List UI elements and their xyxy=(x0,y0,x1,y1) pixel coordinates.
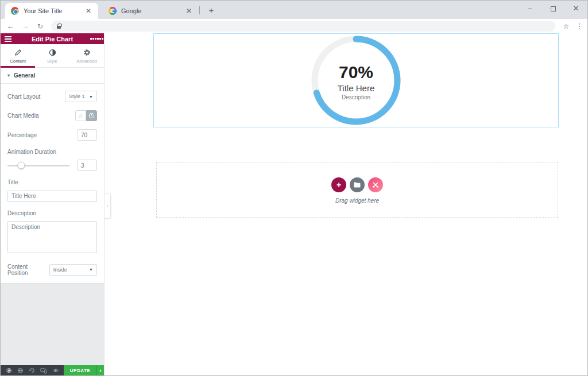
panel-controls: Chart Layout Style 1 ▼ Chart Media ☆ xyxy=(1,84,104,284)
percentage-input[interactable] xyxy=(78,129,97,141)
panel-tabs: Content Style Advanced xyxy=(1,44,104,68)
control-label: Percentage xyxy=(7,132,37,138)
maximize-button[interactable] xyxy=(541,1,564,18)
control-animation-duration xyxy=(7,160,97,171)
control-label: Animation Duration xyxy=(7,149,97,155)
control-label: Description xyxy=(7,210,97,216)
chart-title: Title Here xyxy=(338,83,374,93)
tab-divider xyxy=(199,6,200,14)
browser-toolbar: ← → ↻ ☆ ⋮ xyxy=(1,19,587,33)
duration-input[interactable] xyxy=(78,160,97,171)
half-circle-icon xyxy=(49,49,56,56)
chevron-left-icon: ‹ xyxy=(107,203,109,209)
new-tab-button[interactable]: + xyxy=(204,3,218,17)
chart-media-toggle: ☆ xyxy=(75,110,97,121)
template-library-button[interactable] xyxy=(350,177,365,192)
tab-style[interactable]: Style xyxy=(35,44,69,67)
tab-label: Content xyxy=(10,59,26,64)
control-label: Chart Layout xyxy=(7,94,40,100)
star-icon[interactable]: ☆ xyxy=(75,110,86,121)
control-content-position: Content Position Inside ▼ xyxy=(7,263,97,276)
minimize-button[interactable]: – xyxy=(519,1,541,18)
tab-title: Google xyxy=(121,7,185,14)
chevron-down-icon: ▾ xyxy=(7,73,10,78)
close-window-button[interactable]: ✕ xyxy=(564,1,587,18)
browser-tab-google[interactable]: Google ✕ xyxy=(103,3,199,19)
chart-layout-select[interactable]: Style 1 ▼ xyxy=(65,91,97,102)
main-area: Edit Pie Chart Content Style Advanced xyxy=(1,33,588,375)
settings-gear-icon[interactable] xyxy=(6,367,12,374)
pie-chart-widget[interactable]: 70% Title Here Description xyxy=(311,35,401,128)
control-label: Content Position xyxy=(7,263,49,276)
selected-widget-section[interactable]: 70% Title Here Description xyxy=(153,33,559,127)
select-value: Style 1 xyxy=(69,94,85,99)
hamburger-menu-icon[interactable] xyxy=(1,36,16,42)
control-chart-layout: Chart Layout Style 1 ▼ xyxy=(7,91,97,102)
browser-tab-site[interactable]: Your Site Title ✕ xyxy=(5,3,98,19)
chevron-down-icon: ▼ xyxy=(89,268,93,272)
clock-icon[interactable] xyxy=(86,110,97,121)
duration-slider[interactable] xyxy=(7,165,69,166)
bookmark-star-icon[interactable]: ☆ xyxy=(560,22,572,30)
section-general[interactable]: ▾ General xyxy=(1,68,104,84)
plus-icon: + xyxy=(336,180,341,189)
back-button[interactable]: ← xyxy=(3,22,18,30)
close-tab-icon[interactable]: ✕ xyxy=(185,7,193,15)
widgets-grid-icon[interactable] xyxy=(89,38,104,40)
close-button[interactable] xyxy=(368,177,383,192)
content-position-select[interactable]: Inside ▼ xyxy=(49,264,97,276)
globe-icon[interactable] xyxy=(17,367,24,374)
update-button[interactable]: UPDATE xyxy=(64,365,96,375)
description-textarea[interactable]: Description xyxy=(7,221,97,253)
editor-panel: Edit Pie Chart Content Style Advanced xyxy=(1,33,105,375)
update-options-caret[interactable]: ▲ xyxy=(96,365,104,375)
tab-advanced[interactable]: Advanced xyxy=(69,44,104,67)
folder-icon xyxy=(354,182,361,188)
section-label: General xyxy=(14,72,35,79)
google-g-icon xyxy=(109,7,117,15)
panel-collapse-handle[interactable]: ‹ xyxy=(105,193,111,219)
browser-window: Your Site Title ✕ Google ✕ + – ✕ ← → ↻ ☆… xyxy=(0,0,588,376)
close-tab-icon[interactable]: ✕ xyxy=(84,7,92,15)
tab-title: Your Site Title xyxy=(24,7,84,14)
responsive-mode-icon[interactable] xyxy=(40,367,47,374)
drop-hint-text: Drag widget here xyxy=(157,197,558,204)
control-percentage: Percentage xyxy=(7,129,97,141)
chart-percentage: 70% xyxy=(339,63,373,82)
panel-footer: UPDATE ▲ xyxy=(1,365,104,375)
drop-area[interactable]: + Drag widget here xyxy=(156,162,558,218)
browser-menu-icon[interactable]: ⋮ xyxy=(572,22,586,30)
history-icon[interactable] xyxy=(29,367,35,374)
panel-title: Edit Pie Chart xyxy=(16,36,89,42)
window-controls: – ✕ xyxy=(519,1,587,18)
chrome-logo-icon xyxy=(11,7,19,15)
title-input[interactable] xyxy=(7,191,97,202)
footer-icons xyxy=(1,367,64,374)
pencil-icon xyxy=(14,49,22,56)
add-section-button[interactable]: + xyxy=(331,177,346,192)
preview-eye-icon[interactable] xyxy=(52,367,59,374)
control-chart-media: Chart Media ☆ xyxy=(7,110,97,121)
panel-header: Edit Pie Chart xyxy=(1,33,104,44)
scissors-icon xyxy=(372,181,379,188)
reload-button[interactable]: ↻ xyxy=(33,22,48,30)
chart-description: Description xyxy=(342,94,370,100)
panel-filler xyxy=(1,284,104,366)
control-label: Chart Media xyxy=(7,113,38,119)
tab-label: Advanced xyxy=(76,59,97,64)
gear-icon xyxy=(83,49,91,56)
address-bar[interactable] xyxy=(51,21,555,32)
control-label: Title xyxy=(7,179,97,185)
tab-label: Style xyxy=(47,59,57,64)
lock-icon xyxy=(57,26,61,29)
preview-canvas: 70% Title Here Description + xyxy=(105,33,588,375)
chart-center-content: 70% Title Here Description xyxy=(311,35,401,128)
slider-handle[interactable] xyxy=(17,162,25,169)
drop-area-buttons: + xyxy=(157,177,558,192)
tab-strip: Your Site Title ✕ Google ✕ + – ✕ xyxy=(1,1,587,19)
chevron-down-icon: ▼ xyxy=(89,95,93,99)
forward-button[interactable]: → xyxy=(18,22,33,30)
select-value: Inside xyxy=(53,267,67,273)
tab-content[interactable]: Content xyxy=(1,44,35,67)
